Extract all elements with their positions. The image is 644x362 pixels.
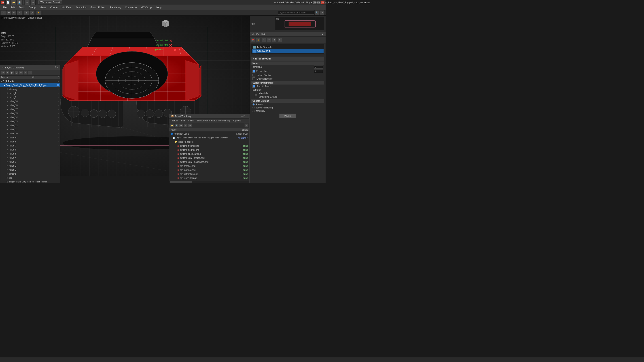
asset-tool-3[interactable]: ⟳ [179, 124, 183, 128]
tb-redo[interactable]: ↪ [31, 0, 36, 5]
menu-help[interactable]: Help [154, 6, 163, 9]
mirror-tool[interactable]: ⬡ [29, 10, 34, 15]
render-iters-input[interactable] [314, 70, 323, 73]
iterations-input[interactable] [314, 65, 323, 69]
asset-close-btn[interactable]: ✕ [246, 115, 248, 118]
when-rendering-radio[interactable] [252, 107, 255, 109]
layer-item-track1[interactable]: ⊕track_1··· [0, 95, 60, 99]
stack-editable-poly[interactable]: Editable Poly [252, 49, 324, 53]
viewport-cube[interactable] [160, 18, 171, 29]
move-tool[interactable]: ✚ [6, 10, 11, 15]
layer-item-roller6[interactable]: ⊕roller_6··· [0, 148, 60, 152]
menu-tools[interactable]: Tools [17, 6, 26, 9]
asset-menu-bitmap[interactable]: Bitmap Performance and Memory [196, 119, 232, 122]
render-btn[interactable]: ▶ [36, 10, 41, 15]
turbosmooth-title[interactable]: TurboSmooth [251, 56, 324, 60]
layer-item-roller15[interactable]: ⊕roller_15··· [0, 111, 60, 115]
snap-tool[interactable]: ⊞ [24, 10, 29, 15]
asset-tool-2[interactable]: 🔍 [175, 124, 179, 128]
layer-item-track2[interactable]: ⊕track_2··· [0, 91, 60, 95]
menu-graph editors[interactable]: Graph Editors [89, 6, 108, 9]
layers-list[interactable]: ▾ 0 (default) ✓ ■ Tinger_Track_Dirty_Red… [0, 79, 60, 183]
update-button[interactable]: Update [279, 114, 296, 118]
always-radio[interactable] [252, 103, 255, 106]
layer-item-tinger-main[interactable]: ⊕Tinger_Track_Dirty_Red_No_Roof_Rigged [0, 180, 60, 183]
menu-modifiers[interactable]: Modifiers [60, 6, 73, 9]
asset-tool-6[interactable]: ? [244, 124, 248, 128]
layer-item-roller5[interactable]: ⊕roller_5··· [0, 152, 60, 156]
layer-item-roller2[interactable]: ⊕roller_2··· [0, 164, 60, 168]
rotate-tool[interactable]: ↻ [12, 10, 16, 15]
asset-menu-paths[interactable]: Paths [187, 119, 195, 122]
layer-item-roller8[interactable]: ⊕roller_8··· [0, 140, 60, 144]
menu-customize[interactable]: Customize [123, 6, 138, 9]
explicit-normals-checkbox[interactable] [252, 77, 255, 80]
asset-top-var2-diffuse[interactable]: 🖼 top_var2_diffuse.png Found [169, 180, 249, 181]
layer-item-steering[interactable]: ⊕steering··· [0, 87, 60, 91]
layer-item-roller18[interactable]: ⊕roller_18··· [0, 103, 60, 107]
layer-item-roller14[interactable]: ⊕roller_14··· [0, 115, 60, 120]
lock-btn[interactable]: 🔒 [256, 38, 260, 42]
asset-menu-file[interactable]: File [180, 119, 186, 122]
layer-item-roller10[interactable]: ⊕roller_10··· [0, 132, 60, 136]
nav3[interactable]: ⬆ [272, 38, 276, 42]
layer-item-roller11[interactable]: ⊕roller_11··· [0, 128, 60, 132]
layers-help-btn[interactable]: ? [54, 66, 56, 69]
stack-turbosmooth[interactable]: TurboSmooth [252, 45, 324, 49]
asset-bottom-specular[interactable]: 🖼 bottom_specular.png Found [169, 152, 249, 156]
materials-checkbox[interactable] [255, 92, 258, 94]
asset-tool-5[interactable]: ⊞ [188, 124, 192, 128]
asset-list[interactable]: 🔵 Autodesk Vault Logged Out 📄 Tinger_Tra… [169, 132, 249, 181]
tb-new[interactable]: 📄 [5, 0, 10, 5]
smoothing-groups-checkbox[interactable] [255, 96, 258, 98]
asset-top-fresnel[interactable]: 🖼 top_fresnel.png Found [169, 164, 249, 168]
layer-item-default[interactable]: ▾ 0 (default) ✓ [0, 79, 60, 83]
layer-add-btn[interactable]: + [1, 71, 5, 75]
pin-btn[interactable]: 📌 [251, 38, 255, 42]
manually-radio[interactable] [252, 110, 255, 112]
layer-item-bottom[interactable]: ⊕bottom··· [0, 172, 60, 176]
nav2[interactable]: ➡ [267, 38, 271, 42]
layer-settings-btn[interactable]: ⚙ [24, 71, 28, 75]
asset-resize-btn[interactable]: □ [244, 115, 245, 118]
asset-bottom-normal[interactable]: 🖼 bottom_normal.png Found [169, 148, 249, 152]
scale-tool[interactable]: ⤢ [17, 10, 22, 15]
layers-close-btn[interactable]: ✕ [56, 66, 58, 69]
help-btn[interactable]: ? [320, 10, 325, 15]
layer-item-roller7[interactable]: ⊕roller_7··· [0, 144, 60, 148]
asset-max-file[interactable]: 📄 Tinger_Track_Dirty_Red_No_Roof_Rigged_… [169, 136, 249, 140]
search-btn[interactable]: 🔍 [314, 10, 319, 15]
layer-hide-btn[interactable]: 👁 [28, 71, 32, 75]
asset-scrollbar[interactable] [169, 181, 249, 183]
asset-vault[interactable]: 🔵 Autodesk Vault Logged Out [169, 132, 249, 136]
layer-add-object-btn[interactable]: ▶ [10, 71, 14, 75]
layer-item-tinger-rigged[interactable]: ■ Tinger_Track_Dirty_Red_No_Roof_Rigged [0, 83, 60, 87]
nav1[interactable]: ⬅ [262, 38, 266, 42]
layer-delete-btn[interactable]: ✕ [6, 71, 10, 75]
tb-undo[interactable]: ↩ [25, 0, 30, 5]
menu-views[interactable]: Views [38, 6, 48, 9]
asset-bottom-var2-glossiness[interactable]: 🖼 bottom_var2_glossiness.png Found [169, 160, 249, 164]
asset-bottom-var2-diffuse[interactable]: 🖼 bottom_var2_diffuse.png Found [169, 156, 249, 160]
layer-item-roller17[interactable]: ⊕roller_17··· [0, 107, 60, 111]
asset-tool-4[interactable]: ✎ [184, 124, 188, 128]
asset-minimize-btn[interactable]: — [240, 115, 243, 118]
layer-item-roller9[interactable]: ⊕roller_9··· [0, 136, 60, 140]
asset-maps-folder[interactable]: 📁 Maps / Shaders [169, 140, 249, 144]
menu-rendering[interactable]: Rendering [108, 6, 123, 9]
menu-group[interactable]: Group [27, 6, 37, 9]
tb-save[interactable]: 💾 [17, 0, 22, 5]
asset-menu-options[interactable]: Options [232, 119, 242, 122]
asset-top-refraction[interactable]: 🖼 top_refraction.png Found [169, 172, 249, 176]
layer-item-roller1[interactable]: ⊕roller_1··· [0, 168, 60, 172]
layer-item-roller13[interactable]: ⊕roller_13··· [0, 120, 60, 124]
layer-item-top[interactable]: ⊕top··· [0, 176, 60, 180]
asset-menu-server[interactable]: Server [170, 119, 179, 122]
search-input[interactable]: Type a keyword or phrase [278, 11, 314, 14]
menu-edit[interactable]: Edit [9, 6, 17, 9]
tb-open[interactable]: 📂 [11, 0, 16, 5]
asset-bottom-fresnel[interactable]: 🖼 bottom_fresnel.png Found [169, 144, 249, 148]
asset-top-specular[interactable]: 🖼 top_specular.png Found [169, 176, 249, 180]
layer-freeze-btn[interactable]: ❄ [19, 71, 23, 75]
layer-item-roller16[interactable]: ⊕roller_16··· [0, 99, 60, 103]
